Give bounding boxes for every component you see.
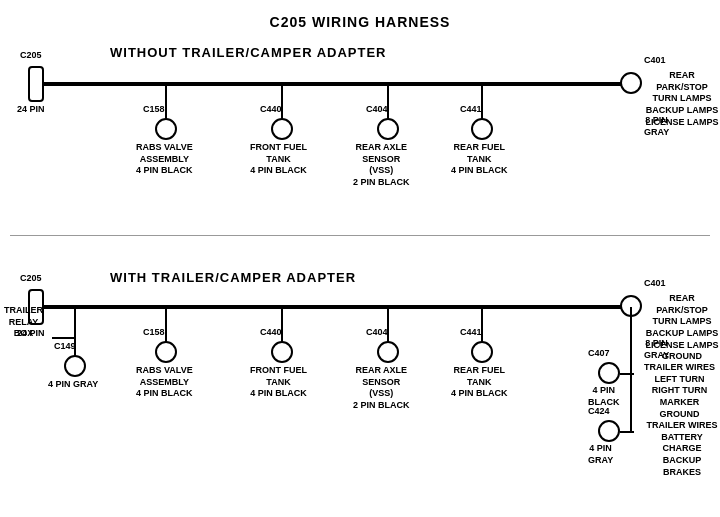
c149-desc: 4 PIN GRAY (48, 379, 98, 391)
c158-bot-desc: RABS VALVEASSEMBLY4 PIN BLACK (136, 365, 193, 400)
c149-circle (64, 355, 86, 377)
trailer-relay-label: TRAILERRELAYBOX (4, 305, 43, 340)
c440-top-circle (271, 118, 293, 140)
c404-bot-label: C404 (366, 327, 388, 339)
right-branch-v2 (630, 373, 632, 433)
c401-top-gray: 8 PINGRAY (644, 115, 669, 138)
c424-label: C424 (588, 406, 610, 418)
c441-bot-circle (471, 341, 493, 363)
c205-bot-label: C205 (20, 273, 42, 285)
c440-bot-circle (271, 341, 293, 363)
c440-bot-label: C440 (260, 327, 282, 339)
c205-top-rect (28, 66, 44, 102)
section-divider (10, 235, 710, 236)
c158-top-desc: RABS VALVEASSEMBLY4 PIN BLACK (136, 142, 193, 177)
c440-bot-desc: FRONT FUELTANK4 PIN BLACK (250, 365, 307, 400)
section1-label: WITHOUT TRAILER/CAMPER ADAPTER (110, 45, 387, 60)
c441-top-circle (471, 118, 493, 140)
c407-label: C407 (588, 348, 610, 360)
diagram-container: C205 WIRING HARNESS WITHOUT TRAILER/CAMP… (0, 0, 720, 500)
c424-h (620, 431, 634, 433)
c441-bot-desc: REAR FUELTANK4 PIN BLACK (451, 365, 508, 400)
c158-bot-circle (155, 341, 177, 363)
c424-desc: TRAILER WIRESBATTERY CHARGEBACKUPBRAKES (644, 420, 720, 478)
page-title: C205 WIRING HARNESS (0, 6, 720, 30)
trailer-relay-drop (74, 307, 76, 339)
main-bus-top (44, 82, 626, 86)
c158-top-drop (165, 84, 167, 120)
c158-top-circle (155, 118, 177, 140)
c440-top-label: C440 (260, 104, 282, 116)
c401-top-circle (620, 72, 642, 94)
c407-circle (598, 362, 620, 384)
c158-top-label: C158 (143, 104, 165, 116)
main-bus-bot (44, 305, 626, 309)
c440-top-desc: FRONT FUELTANK4 PIN BLACK (250, 142, 307, 177)
trailer-relay-h (52, 337, 76, 339)
c205-top-label: C205 (20, 50, 42, 62)
c401-top-label: C401 (644, 55, 666, 67)
c424-circle (598, 420, 620, 442)
right-branch-v1 (630, 307, 632, 375)
c441-top-label: C441 (460, 104, 482, 116)
c441-top-desc: REAR FUELTANK4 PIN BLACK (451, 142, 508, 177)
c441-bot-label: C441 (460, 327, 482, 339)
c158-bot-label: C158 (143, 327, 165, 339)
c404-top-label: C404 (366, 104, 388, 116)
c407-pins: 4 PINBLACK (588, 385, 620, 408)
c424-pins: 4 PINGRAY (588, 443, 613, 466)
c149-label: C149 (54, 341, 76, 353)
c404-bot-circle (377, 341, 399, 363)
c158-bot-drop (165, 307, 167, 343)
section2-label: WITH TRAILER/CAMPER ADAPTER (110, 270, 356, 285)
c404-top-desc: REAR AXLESENSOR(VSS)2 PIN BLACK (353, 142, 410, 189)
c205-top-pins: 24 PIN (17, 104, 45, 116)
c401-bot-label: C401 (644, 278, 666, 290)
c404-top-circle (377, 118, 399, 140)
c401-bot-pins: 8 PINGRAY (644, 338, 669, 361)
c407-desc: TRAILER WIRESLEFT TURNRIGHT TURNMARKERGR… (644, 362, 715, 420)
c404-bot-desc: REAR AXLESENSOR(VSS)2 PIN BLACK (353, 365, 410, 412)
